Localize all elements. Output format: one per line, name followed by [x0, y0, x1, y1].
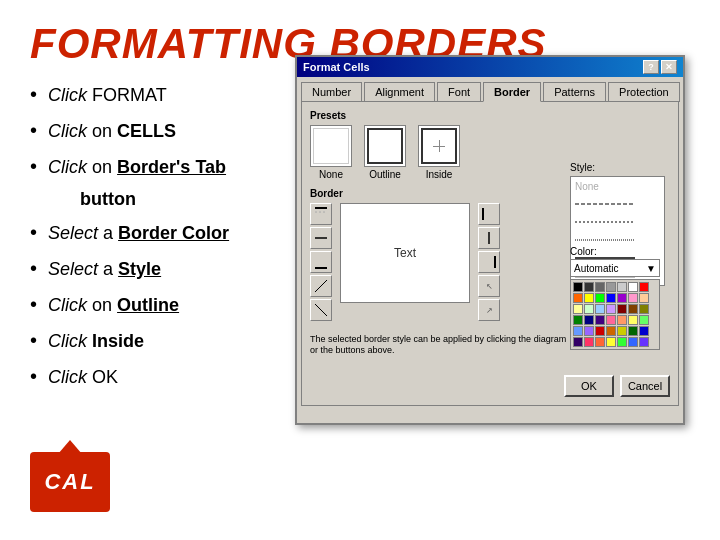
tab-patterns[interactable]: Patterns	[543, 82, 606, 102]
tab-number[interactable]: Number	[301, 82, 362, 102]
color-swatch-item[interactable]	[573, 282, 583, 292]
color-swatch-item[interactable]	[628, 337, 638, 347]
color-swatch-item[interactable]	[606, 337, 616, 347]
color-swatch-item[interactable]	[617, 315, 627, 325]
border-preview[interactable]: Text	[340, 203, 470, 303]
style-label: Style:	[570, 162, 670, 173]
color-swatch-item[interactable]	[606, 304, 616, 314]
color-swatch-item[interactable]	[584, 282, 594, 292]
border-btn-middle-h[interactable]	[310, 227, 332, 249]
style-item[interactable]	[571, 213, 664, 231]
bullet-text: on	[92, 121, 117, 141]
color-swatch-item[interactable]	[639, 337, 649, 347]
color-swatch-item[interactable]	[628, 282, 638, 292]
color-swatch-item[interactable]	[606, 326, 616, 336]
list-item: • Click on CELLS	[30, 116, 300, 144]
dialog-cancel-button[interactable]: Cancel	[620, 375, 670, 397]
preset-none-label: None	[319, 169, 343, 180]
color-swatch-palette	[570, 279, 660, 350]
bullet-italic: Click	[48, 295, 87, 315]
list-item: • Click OK	[30, 362, 300, 390]
color-swatch-item[interactable]	[639, 326, 649, 336]
color-swatch-item[interactable]	[584, 315, 594, 325]
border-btn-diag2[interactable]	[310, 299, 332, 321]
color-swatch-item[interactable]	[617, 293, 627, 303]
style-item[interactable]	[571, 195, 664, 213]
color-swatch-item[interactable]	[628, 293, 638, 303]
tab-alignment[interactable]: Alignment	[364, 82, 435, 102]
border-btn-diag1[interactable]	[310, 275, 332, 297]
preset-inside-icon	[421, 128, 457, 164]
color-swatch-item[interactable]	[595, 304, 605, 314]
tab-border[interactable]: Border	[483, 82, 541, 102]
color-swatch-item[interactable]	[573, 337, 583, 347]
border-btn-bottom[interactable]	[310, 251, 332, 273]
color-swatch-item[interactable]	[595, 315, 605, 325]
color-swatch-item[interactable]	[595, 293, 605, 303]
preset-outline-box[interactable]	[364, 125, 406, 167]
color-swatch-item[interactable]	[573, 315, 583, 325]
bullet-dot: •	[30, 119, 37, 141]
dialog-ok-button[interactable]: OK	[564, 375, 614, 397]
border-btn-none[interactable]: ↖	[478, 275, 500, 297]
color-swatch-item[interactable]	[584, 304, 594, 314]
style-line-icon	[575, 219, 635, 225]
style-none-item[interactable]: None	[571, 177, 664, 195]
border-left-icon	[481, 206, 497, 222]
color-swatch-item[interactable]	[606, 282, 616, 292]
style-line-icon	[575, 237, 635, 243]
preset-none-icon	[313, 128, 349, 164]
color-swatch-item[interactable]	[628, 315, 638, 325]
border-buttons-right: ↖ ↗	[478, 203, 500, 321]
tab-protection[interactable]: Protection	[608, 82, 680, 102]
bullet-list: • Click FORMAT • Click on CELLS • Click …	[30, 80, 300, 399]
color-swatch-item[interactable]	[639, 315, 649, 325]
preset-inside-box[interactable]	[418, 125, 460, 167]
preset-inside[interactable]: Inside	[418, 125, 460, 180]
border-btn-all[interactable]: ↗	[478, 299, 500, 321]
bullet-bold: Style	[118, 259, 161, 279]
color-swatch-item[interactable]	[639, 293, 649, 303]
border-btn-left[interactable]	[478, 203, 500, 225]
color-dropdown[interactable]: Automatic ▼	[570, 259, 660, 277]
color-swatch-item[interactable]	[617, 326, 627, 336]
color-swatch-item[interactable]	[617, 304, 627, 314]
border-btn-right[interactable]	[478, 251, 500, 273]
color-swatch-item[interactable]	[573, 293, 583, 303]
bullet-bold: Border's Tab	[117, 157, 226, 177]
border-btn-top[interactable]	[310, 203, 332, 225]
color-swatch-item[interactable]	[595, 337, 605, 347]
color-swatch-item[interactable]	[573, 326, 583, 336]
dialog-titlebar: Format Cells ? ✕	[297, 57, 683, 77]
tab-font[interactable]: Font	[437, 82, 481, 102]
color-swatch-item[interactable]	[595, 326, 605, 336]
color-swatch-item[interactable]	[639, 304, 649, 314]
preset-outline[interactable]: Outline	[364, 125, 406, 180]
list-item: • Select a Border Color	[30, 218, 300, 246]
bullet-text: a	[103, 259, 118, 279]
color-swatch-item[interactable]	[584, 337, 594, 347]
preset-none-box[interactable]	[310, 125, 352, 167]
color-swatch-item[interactable]	[584, 326, 594, 336]
dialog-status: The selected border style can be applied…	[310, 334, 568, 357]
border-top-icon	[313, 206, 329, 222]
bullet-bold: Border Color	[118, 223, 229, 243]
cal-triangle-icon	[58, 440, 82, 454]
bullet-bold: CELLS	[117, 121, 176, 141]
dialog-help-button[interactable]: ?	[643, 60, 659, 74]
border-btn-middle-v[interactable]	[478, 227, 500, 249]
preset-none[interactable]: None	[310, 125, 352, 180]
dialog-close-button[interactable]: ✕	[661, 60, 677, 74]
color-swatch-item[interactable]	[584, 293, 594, 303]
color-swatch-item[interactable]	[595, 282, 605, 292]
color-swatch-item[interactable]	[606, 293, 616, 303]
color-swatch-item[interactable]	[617, 337, 627, 347]
color-swatch-item[interactable]	[628, 326, 638, 336]
color-swatch-item[interactable]	[573, 304, 583, 314]
list-item: • Click on Border's Tab	[30, 152, 300, 180]
color-swatch-item[interactable]	[639, 282, 649, 292]
color-swatch-item[interactable]	[606, 315, 616, 325]
color-swatch-item[interactable]	[617, 282, 627, 292]
bullet-dot: •	[30, 83, 37, 105]
color-swatch-item[interactable]	[628, 304, 638, 314]
